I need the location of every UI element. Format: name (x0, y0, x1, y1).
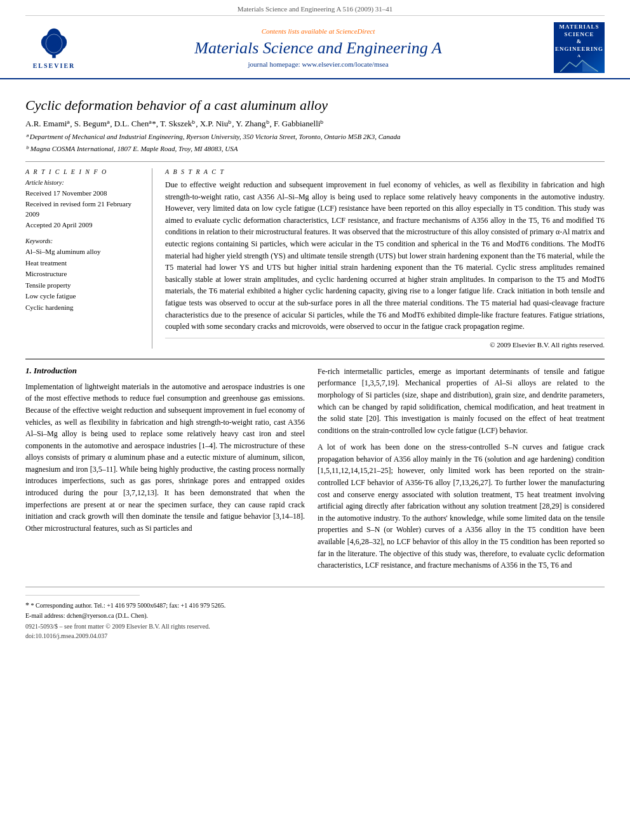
intro-paragraph-2: Fe-rich intermetallic particles, emerge … (318, 366, 605, 437)
corresponding-note: * Corresponding author. Tel.: +1 416 979… (31, 602, 226, 609)
journal-badge: MATERIALS SCIENCE & ENGINEERING A (554, 22, 605, 73)
sciencedirect-name: ScienceDirect (336, 27, 375, 35)
badge-text: MATERIALS SCIENCE & ENGINEERING A (555, 23, 603, 59)
keywords-block: Keywords: Al–Si–Mg aluminum alloy Heat t… (25, 237, 143, 314)
footer: * * Corresponding author. Tel.: +1 416 9… (25, 587, 605, 639)
journal-title-block: Contents lists available at ScienceDirec… (83, 27, 554, 68)
authors-line: A.R. Emamiᵃ, S. Begumᵃ, D.L. Chenᵃ*, T. … (25, 119, 605, 129)
badge-decoration-icon (560, 59, 598, 72)
keyword-5: Low cycle fatigue (25, 291, 143, 302)
affiliation-b: ᵇ Magna COSMA International, 1807 E. Map… (25, 143, 605, 154)
email-note: E-mail address: dchen@ryerson.ca (D.L. C… (25, 611, 605, 620)
homepage-label: journal homepage: (248, 60, 300, 68)
footer-divider (25, 595, 140, 596)
main-content: Cyclic deformation behavior of a cast al… (0, 79, 630, 577)
keyword-1: Al–Si–Mg aluminum alloy (25, 246, 143, 258)
article-history: Article history: Received 17 November 20… (25, 179, 143, 230)
journal-citation-bar: Materials Science and Engineering A 516 … (25, 0, 605, 16)
keyword-3: Microstructure (25, 269, 143, 280)
intro-paragraph-1: Implementation of lightweight materials … (25, 381, 305, 535)
svg-point-4 (47, 29, 61, 45)
elsevier-logo: ELSEVIER (25, 26, 83, 69)
homepage-url: www.elsevier.com/locate/msea (302, 60, 388, 68)
journal-name: Materials Science and Engineering A (83, 39, 554, 58)
journal-homepage: journal homepage: www.elsevier.com/locat… (83, 60, 554, 68)
received-date: Received 17 November 2008 (25, 188, 143, 199)
introduction-left: 1. Introduction Implementation of lightw… (25, 366, 305, 577)
keyword-6: Cyclic hardening (25, 302, 143, 314)
copyright-notice: © 2009 Elsevier B.V. All rights reserved… (165, 338, 605, 349)
footer-note: * * Corresponding author. Tel.: +1 416 9… (25, 599, 605, 611)
abstract-column: A B S T R A C T Due to effective weight … (165, 168, 605, 349)
introduction-columns: 1. Introduction Implementation of lightw… (25, 366, 605, 577)
section-1-title: 1. Introduction (25, 366, 305, 376)
keyword-2: Heat treatment (25, 258, 143, 269)
elsevier-tree-icon (35, 26, 73, 61)
affiliation-a: ᵃ Department of Mechanical and Industria… (25, 131, 605, 142)
journal-header: ELSEVIER Contents lists available at Sci… (0, 16, 630, 79)
issn-line: 0921-5093/$ – see front matter © 2009 El… (25, 623, 605, 630)
intro-paragraph-3: A lot of work has been done on the stres… (318, 441, 605, 571)
abstract-label: A B S T R A C T (165, 168, 605, 175)
article-info-column: A R T I C L E I N F O Article history: R… (25, 168, 152, 349)
article-title: Cyclic deformation behavior of a cast al… (25, 97, 605, 114)
section-introduction: 1. Introduction Implementation of lightw… (25, 359, 605, 577)
journal-citation-text: Materials Science and Engineering A 516 … (238, 5, 393, 13)
sciencedirect-line: Contents lists available at ScienceDirec… (83, 27, 554, 35)
abstract-text: Due to effective weight reduction and su… (165, 179, 605, 333)
affiliations: ᵃ Department of Mechanical and Industria… (25, 131, 605, 154)
contents-label: Contents lists available at (262, 27, 335, 35)
introduction-right: Fe-rich intermetallic particles, emerge … (318, 366, 605, 577)
elsevier-wordmark: ELSEVIER (33, 62, 76, 69)
revised-date: Received in revised form 21 February 200… (25, 199, 143, 220)
article-info-abstract-section: A R T I C L E I N F O Article history: R… (25, 161, 605, 349)
keyword-4: Tensile property (25, 280, 143, 291)
history-heading: Article history: (25, 179, 143, 186)
keywords-heading: Keywords: (25, 237, 143, 244)
article-info-label: A R T I C L E I N F O (25, 168, 143, 175)
accepted-date: Accepted 20 April 2009 (25, 220, 143, 230)
doi-line: doi:10.1016/j.msea.2009.04.037 (25, 632, 605, 639)
